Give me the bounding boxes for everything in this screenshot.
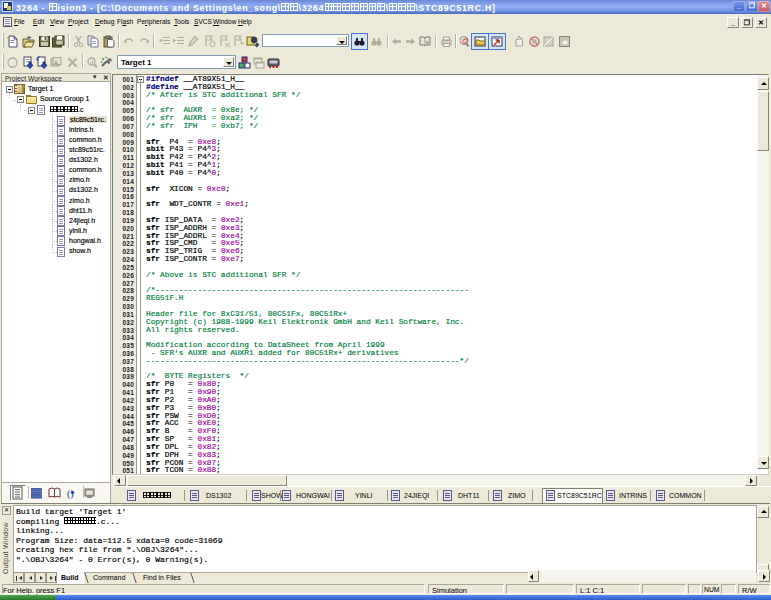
svg-text:@: @ <box>461 37 468 44</box>
svg-text:d: d <box>90 59 93 65</box>
